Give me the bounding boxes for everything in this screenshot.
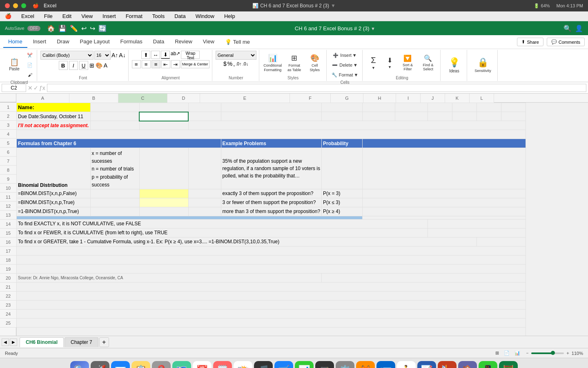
bold-button[interactable]: B	[59, 61, 68, 70]
normal-view-icon[interactable]: ⊞	[495, 350, 499, 356]
cell-b2[interactable]	[90, 112, 139, 121]
cell-f5[interactable]: Probability	[322, 139, 363, 148]
cell-d8[interactable]	[188, 198, 221, 207]
cell-b1[interactable]	[90, 103, 139, 112]
cell-a17[interactable]: Source: Dr. Annie Ngo, Miracosta College…	[17, 273, 322, 282]
row-header-14[interactable]: 14	[0, 220, 16, 229]
cell-c9[interactable]	[139, 207, 188, 216]
zoom-out-button[interactable]: －	[525, 350, 530, 356]
cell-d7[interactable]	[188, 189, 221, 198]
undo-icon[interactable]: ↩	[81, 25, 87, 32]
cell-k2[interactable]	[477, 112, 501, 121]
dock-activity[interactable]: 🏃	[397, 361, 416, 368]
cell-styles-button[interactable]: 🎨 CellStyles	[306, 52, 324, 74]
cell-g6[interactable]	[363, 148, 526, 189]
row-header-4[interactable]: 4	[0, 130, 16, 139]
align-top-button[interactable]: ⬆	[141, 51, 150, 59]
cell-d3[interactable]	[188, 121, 526, 130]
cell-f17[interactable]	[322, 273, 526, 282]
dock-outlook[interactable]: 📨	[376, 361, 395, 368]
number-format-select[interactable]: General	[216, 51, 256, 60]
cell-h1[interactable]	[395, 103, 428, 112]
cell-b7[interactable]	[90, 189, 139, 198]
row-header-7[interactable]: 7	[0, 157, 16, 166]
cell-f1[interactable]	[322, 103, 363, 112]
dock-word[interactable]: 📝	[417, 361, 436, 368]
redo-icon[interactable]: ↪	[90, 25, 95, 32]
dock-music[interactable]: 🎵	[254, 361, 273, 368]
cell-i12[interactable]	[428, 228, 526, 237]
col-header-k[interactable]: K	[445, 94, 470, 103]
cell-g7[interactable]	[363, 189, 526, 198]
dock-teams[interactable]: 🏠	[458, 361, 477, 368]
row-header-6[interactable]: 6	[0, 148, 16, 157]
currency-button[interactable]: $	[223, 61, 227, 67]
row-header-9[interactable]: 9	[0, 175, 16, 184]
search-icon[interactable]: 🔍	[564, 25, 572, 32]
cell-a3[interactable]: I'll not accept late assignment.	[17, 121, 91, 130]
dock-finder[interactable]: 🔍	[70, 361, 89, 368]
cell-f9[interactable]: P(x ≥ 4)	[322, 207, 363, 216]
tab-draw[interactable]: Draw	[52, 36, 74, 48]
col-header-a[interactable]: A	[16, 94, 69, 103]
menu-data[interactable]: Data	[173, 12, 187, 20]
row-header-19[interactable]: 19	[0, 265, 16, 274]
format-painter-button[interactable]: 🖌	[25, 70, 34, 79]
cell-a7[interactable]: =BINOM.DIST(x,n,p,False)	[17, 189, 91, 198]
zoom-in-button[interactable]: ＋	[566, 350, 570, 356]
cell-e2[interactable]	[221, 112, 321, 121]
cell-i11[interactable]	[428, 219, 526, 228]
row-header-15[interactable]: 15	[0, 229, 16, 238]
edit-icon[interactable]: ✏️	[70, 25, 78, 32]
account-icon[interactable]: 👤	[575, 25, 583, 32]
fill-color-button[interactable]: 🎨	[96, 62, 102, 69]
row-header-24[interactable]: 24	[0, 310, 16, 319]
row-header-17[interactable]: 17	[0, 247, 16, 256]
cell-b6[interactable]: x = number of sucesses n = number of tri…	[90, 148, 139, 189]
col-header-b[interactable]: B	[69, 94, 118, 103]
dock-reminders[interactable]: 🗒️	[213, 361, 232, 368]
menu-window[interactable]: Window	[194, 12, 216, 20]
cell-e6[interactable]: 35% of the population support a new regu…	[221, 148, 321, 189]
row-header-22[interactable]: 22	[0, 292, 16, 301]
cell-a9[interactable]: =1-BINOM.DIST(x,n,p,True)	[17, 207, 91, 216]
cell-g2[interactable]	[363, 112, 395, 121]
col-header-c[interactable]: C	[118, 94, 167, 103]
row-header-5[interactable]: 5	[0, 139, 16, 148]
row-header-10[interactable]: 10	[0, 184, 16, 193]
cell-c3[interactable]	[139, 121, 188, 130]
dock-notes[interactable]: 📋	[131, 361, 150, 368]
comma-button[interactable]: ,	[233, 61, 235, 67]
dock-mail[interactable]: 📧	[111, 361, 130, 368]
format-as-table-button[interactable]: ⊞ Formatas Table	[285, 52, 304, 74]
dock-help[interactable]: ❓	[152, 361, 171, 368]
increase-indent-button[interactable]: ⇥	[171, 60, 180, 68]
delete-button[interactable]: ➖ Delete ▼	[330, 61, 359, 70]
ideas-button[interactable]: 💡 Ideas	[444, 54, 464, 76]
increase-decimal-button[interactable]: .0↑	[236, 61, 242, 66]
col-header-d[interactable]: D	[167, 94, 200, 103]
tab-insert[interactable]: Insert	[28, 36, 51, 48]
cell-a13[interactable]: To find x or GREATER, take 1 - Cumulativ…	[17, 237, 477, 246]
formula-input[interactable]	[47, 84, 586, 92]
align-bottom-button[interactable]: ⬇	[161, 51, 170, 59]
cell-e1[interactable]	[221, 103, 321, 112]
cell-b9[interactable]	[90, 207, 139, 216]
cell-c2[interactable]	[139, 112, 188, 121]
add-sheet-button[interactable]: +	[99, 337, 109, 347]
cell-d6[interactable]	[188, 148, 221, 189]
prev-sheet-button[interactable]: ◀	[2, 339, 9, 346]
cell-d2[interactable]	[188, 112, 221, 121]
dock-settings[interactable]: ⚙️	[336, 361, 354, 368]
menu-edit[interactable]: Edit	[61, 12, 73, 20]
italic-button[interactable]: I	[69, 61, 78, 70]
cell-c1[interactable]	[139, 103, 188, 112]
cell-a10[interactable]	[17, 216, 363, 219]
col-header-f[interactable]: F	[290, 94, 331, 103]
col-header-e[interactable]: E	[200, 94, 290, 103]
row-header-18[interactable]: 18	[0, 256, 16, 265]
dock-appstore[interactable]: 🛒	[274, 361, 293, 368]
cell-a19[interactable]	[17, 291, 526, 300]
row-header-3[interactable]: 3	[0, 121, 16, 130]
menu-tools[interactable]: Tools	[151, 12, 166, 20]
